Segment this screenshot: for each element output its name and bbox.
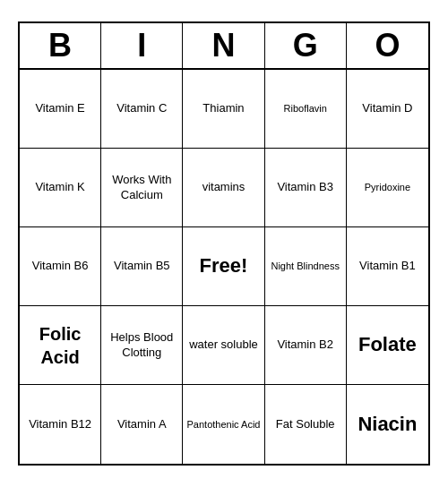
bingo-cell: Pantothenic Acid — [183, 385, 264, 464]
bingo-cell: Works With Calcium — [101, 149, 183, 227]
bingo-header: BINGO — [20, 23, 428, 70]
bingo-cell: Helps Blood Clotting — [101, 306, 183, 385]
bingo-cell: Folate — [347, 306, 428, 385]
bingo-cell: Vitamin B12 — [20, 385, 101, 464]
bingo-cell: Vitamin D — [347, 70, 428, 149]
bingo-cell: Fat Soluble — [265, 385, 347, 464]
bingo-cell: Vitamin B5 — [101, 227, 183, 306]
bingo-cell: Vitamin K — [20, 149, 101, 227]
bingo-cell: Vitamin E — [20, 70, 101, 149]
header-letter: N — [183, 23, 264, 68]
bingo-cell: Vitamin C — [101, 70, 183, 149]
bingo-cell: Thiamin — [183, 70, 264, 149]
bingo-cell: Vitamin B6 — [20, 227, 101, 306]
header-letter: B — [20, 23, 101, 68]
bingo-cell: Riboflavin — [265, 70, 347, 149]
bingo-cell: Vitamin B1 — [347, 227, 428, 306]
bingo-cell: vitamins — [183, 149, 264, 227]
header-letter: G — [265, 23, 347, 68]
bingo-cell: Vitamin A — [101, 385, 183, 464]
bingo-cell: Vitamin B2 — [265, 306, 347, 385]
bingo-grid: Vitamin EVitamin CThiaminRiboflavinVitam… — [20, 70, 428, 464]
bingo-card: BINGO Vitamin EVitamin CThiaminRiboflavi… — [18, 21, 430, 466]
bingo-cell: water soluble — [183, 306, 264, 385]
bingo-cell: Night Blindness — [265, 227, 347, 306]
bingo-cell: Vitamin B3 — [265, 149, 347, 227]
header-letter: O — [347, 23, 428, 68]
header-letter: I — [101, 23, 183, 68]
bingo-cell: Free! — [183, 227, 264, 306]
bingo-cell: Niacin — [347, 385, 428, 464]
bingo-cell: Folic Acid — [20, 306, 101, 385]
bingo-cell: Pyridoxine — [347, 149, 428, 227]
